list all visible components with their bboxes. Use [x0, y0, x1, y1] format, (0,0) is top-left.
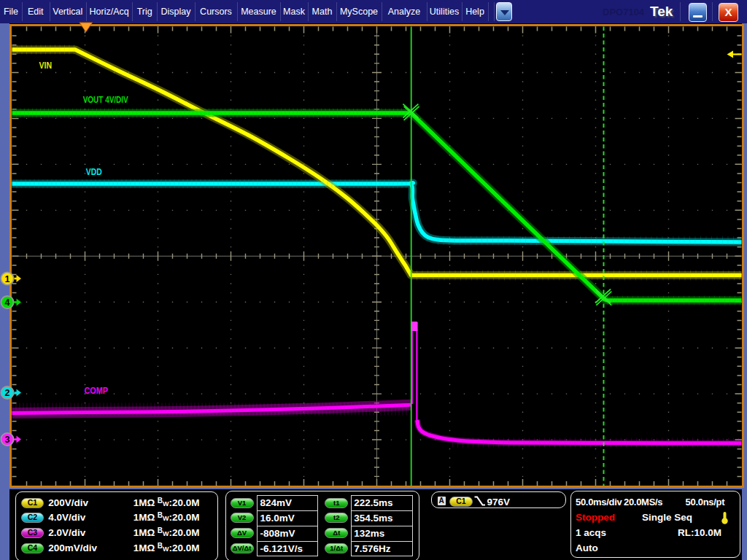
svg-text:VOUT 4V/DIV: VOUT 4V/DIV	[83, 94, 128, 105]
svg-text:2: 2	[5, 388, 10, 398]
svg-text:1: 1	[5, 274, 10, 284]
svg-text:COMP: COMP	[85, 385, 109, 396]
svg-text:VIN: VIN	[39, 60, 53, 71]
svg-text:3: 3	[5, 435, 10, 445]
svg-text:4: 4	[5, 298, 10, 308]
svg-text:VDD: VDD	[86, 166, 102, 177]
